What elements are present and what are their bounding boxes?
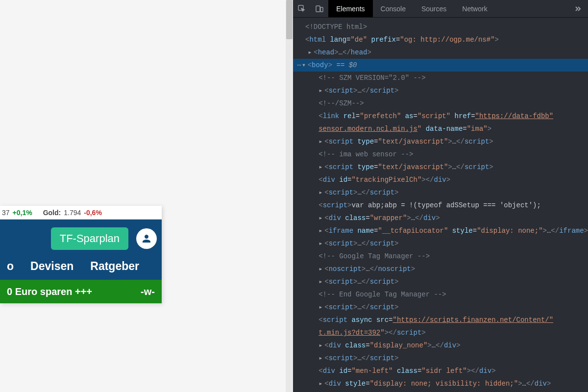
devtools-toolbar: Elements Console Sources Network <box>293 0 588 18</box>
dom-node[interactable]: ▸<script>…</script> <box>293 352 588 365</box>
promo-banner-suffix: -w- <box>141 286 155 297</box>
rendered-page-pane: 37 +0,1% Gold: 1.794 -0,6% TF-Sparplan o… <box>0 0 293 392</box>
dom-node[interactable]: <div id="trackingPixelCh"></div> <box>293 173 588 186</box>
dom-node[interactable]: <!-- Google Tag Manager --> <box>293 250 588 263</box>
dom-node[interactable]: <script>var abp;abp = !(typeof adSSetup … <box>293 199 588 212</box>
dom-node[interactable]: sensor.modern.ncl.min.js" data-name="ima… <box>293 122 588 135</box>
dom-node[interactable]: ⋯▾<body> == $0 <box>293 59 588 72</box>
dom-node[interactable]: t.min.js?dt=392"></script> <box>293 326 588 339</box>
ticker-gold-label: Gold: <box>43 209 61 217</box>
dom-node[interactable]: <html lang="de" prefix="og: http://ogp.m… <box>293 33 588 46</box>
tabs-overflow-button[interactable] <box>567 0 588 17</box>
ticker-gold-change: -0,6% <box>84 209 102 217</box>
device-icon <box>316 5 323 13</box>
nav-item-0[interactable]: o <box>7 260 14 273</box>
main-nav: o Devisen Ratgeber <box>5 260 157 273</box>
ticker-gold-value: 1.794 <box>64 209 81 217</box>
page-scrollbar-track[interactable] <box>286 0 293 392</box>
dom-node[interactable]: ▸<div class="wrapper">…</div> <box>293 212 588 224</box>
dom-node[interactable]: ▸<script>…</script> <box>293 237 588 250</box>
dom-node[interactable]: <script async src="https://scripts.finan… <box>293 314 588 326</box>
page-scrollbar-thumb[interactable] <box>286 0 293 39</box>
page-content-card: 37 +0,1% Gold: 1.794 -0,6% TF-Sparplan o… <box>0 206 162 303</box>
user-icon <box>141 233 152 245</box>
dom-tree[interactable]: <!DOCTYPE html> <html lang="de" prefix="… <box>293 18 588 392</box>
promo-banner-text: 0 Euro sparen +++ <box>7 286 92 297</box>
device-toggle-button[interactable] <box>311 0 328 17</box>
ticker-bar: 37 +0,1% Gold: 1.794 -0,6% <box>0 206 162 220</box>
ticker-change-1: +0,1% <box>13 209 32 217</box>
user-avatar-button[interactable] <box>136 228 157 249</box>
nav-item-devisen[interactable]: Devisen <box>30 260 74 273</box>
site-header: TF-Sparplan o Devisen Ratgeber <box>0 220 162 280</box>
dom-node[interactable]: ▸<script>…</script> <box>293 275 588 288</box>
tab-elements[interactable]: Elements <box>328 0 372 17</box>
inspect-element-button[interactable] <box>293 0 311 17</box>
tab-network[interactable]: Network <box>454 0 495 17</box>
nav-item-ratgeber[interactable]: Ratgeber <box>90 260 139 273</box>
svg-rect-2 <box>320 7 323 12</box>
dom-node[interactable]: <!-- SZM VERSION="2.0" --> <box>293 72 588 84</box>
dom-node[interactable]: ▸<style type="text/css">…</style> <box>293 390 588 392</box>
dom-node[interactable]: <link rel="prefetch" as="script" href="h… <box>293 110 588 122</box>
dom-node[interactable]: ▸<script type="text/javascript">…</scrip… <box>293 161 588 173</box>
dom-node[interactable]: <!--/SZM--> <box>293 97 588 110</box>
dom-node[interactable]: ▸<script>…</script> <box>293 84 588 97</box>
dom-node[interactable]: ▸<iframe name="__tcfapiLocator" style="d… <box>293 224 588 237</box>
dom-node[interactable]: ▸<script type="text/javascript">…</scrip… <box>293 135 588 148</box>
dom-node[interactable]: <div id="men-left" class="sidr left"></d… <box>293 365 588 377</box>
dom-node[interactable]: ▸<div class="display_none">…</div> <box>293 339 588 352</box>
dom-node[interactable]: <!DOCTYPE html> <box>293 21 588 33</box>
dom-node[interactable]: <!-- ima web sensor --> <box>293 148 588 161</box>
dom-node[interactable]: ▸<script>…</script> <box>293 301 588 314</box>
dom-node[interactable]: ▸<head>…</head> <box>293 46 588 59</box>
chevron-double-right-icon <box>574 5 581 12</box>
tab-sources[interactable]: Sources <box>414 0 454 17</box>
etf-sparplan-button[interactable]: TF-Sparplan <box>51 227 128 250</box>
dom-node[interactable]: ▸<div style="display: none; visibility: … <box>293 377 588 390</box>
svg-rect-1 <box>316 6 320 12</box>
dom-node[interactable]: ▸<noscript>…</noscript> <box>293 263 588 275</box>
inspect-icon <box>298 5 306 13</box>
dom-node[interactable]: <!-- End Google Tag Manager --> <box>293 288 588 301</box>
tab-console[interactable]: Console <box>373 0 414 17</box>
promo-banner[interactable]: 0 Euro sparen +++ -w- <box>0 280 162 303</box>
devtools-panel: Elements Console Sources Network <!DOCTY… <box>293 0 588 392</box>
dom-node[interactable]: ▸<script>…</script> <box>293 186 588 199</box>
ticker-value-1: 37 <box>2 209 10 217</box>
